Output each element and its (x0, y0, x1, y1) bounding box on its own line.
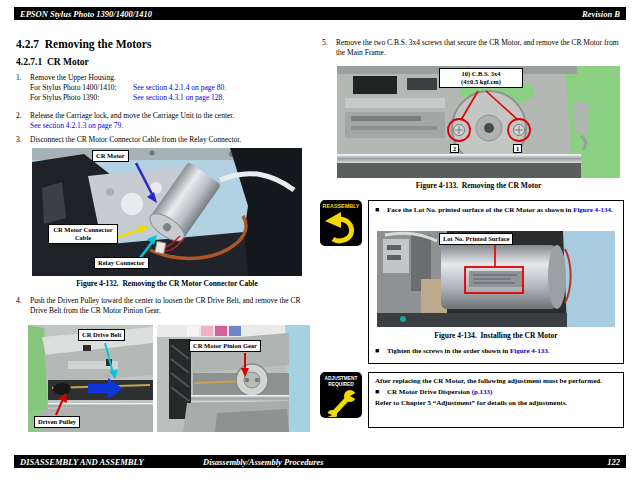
adjustment-line3: Refer to Chapter 5 “Adjustment” for deta… (375, 398, 617, 409)
step1-row1-label: For Stylus Photo 1400/1410: (30, 83, 133, 93)
step3-number: 3. (16, 135, 22, 145)
manual-page: EPSON Stylus Photo 1390/1400/1410 Revisi… (0, 0, 640, 480)
step2: Release the Carriage lock, and move the … (30, 111, 315, 131)
adjustment-required-icon: ADJUSTMENT REQUIRED (320, 372, 362, 418)
pulley-photo-label-pulley: Driven Pulley (34, 416, 80, 428)
pinion-gear-photo: CR Motor Pinion Gear (157, 325, 310, 432)
fig132-label-cr-motor: CR Motor (92, 150, 129, 162)
figure-132-art (32, 148, 302, 276)
step1-row1: For Stylus Photo 1400/1410: See section … (30, 83, 310, 93)
wrench-icon (320, 389, 362, 417)
fig134-lot-label: Lot No. Printed Surface (439, 233, 513, 245)
section-title: 4.2.7 Removing the Motors (16, 38, 151, 50)
reassembly-arrow-icon (320, 211, 362, 245)
step1-text: Remove the Upper Housing. (30, 73, 310, 83)
bullet-square-icon: ■ (375, 205, 379, 215)
adjustment-bullet: ■ CR Motor Drive Dispersion (p.133) (375, 387, 617, 398)
reassembly-icon: REASSEMBLY (320, 200, 362, 246)
reassembly-bullet-1-link[interactable]: Figure 4-134. (573, 206, 613, 214)
fig133-screw-order-1: 1 (513, 144, 522, 153)
step4-number: 4. (16, 296, 22, 306)
step1: Remove the Upper Housing. For Stylus Pho… (30, 73, 310, 103)
subsection-title: 4.2.7.1 CR Motor (16, 57, 89, 67)
figure-132-photo: CR Motor CR Motor Connector Cable Relay … (32, 148, 302, 276)
header-revision: Revision B (582, 9, 620, 19)
figure-134-art (377, 231, 615, 327)
pulley-photo-label-belt: CR Drive Belt (78, 329, 125, 341)
fig133-screw-label-line1: 10) C.B.S. 3x4 (461, 70, 500, 77)
step2-link[interactable]: See section 4.2.1.3 on page 79. (30, 121, 123, 130)
step1-row2-label: For Stylus Photo 1390: (30, 93, 133, 103)
figure-133-caption: Figure 4-133. Removing the CR Motor (337, 181, 620, 190)
reassembly-bullet-2-link[interactable]: Figure 4-133. (510, 347, 550, 355)
footer-chapter: DISASSEMBLY AND ASSEMBLY (20, 457, 144, 467)
step1-number: 1. (16, 73, 22, 83)
step3-text: Disconnect the CR Motor Connector Cable … (30, 135, 315, 145)
footer-page-number: 122 (607, 457, 620, 467)
step5-text: Remove the two C.B.S. 3x4 screws that se… (336, 38, 619, 58)
fig132-label-relay: Relay Connector (94, 257, 149, 269)
reassembly-note-box: ■ Face the Lot No. printed surface of th… (368, 200, 624, 364)
step1-row1-link[interactable]: See section 4.2.1.4 on page 80. (133, 83, 226, 93)
reassembly-bullet-2: ■ Tighten the screws in the order shown … (373, 346, 619, 356)
footer-section: Disassembly/Assembly Procedures (203, 457, 324, 467)
figure-134-photo: Lot No. Printed Surface (377, 231, 615, 327)
step2-text: Release the Carriage lock, and move the … (30, 111, 234, 120)
step2-number: 2. (16, 111, 22, 121)
adjustment-icon-line1: ADJUSTMENT (320, 376, 362, 381)
adjustment-bullet-link[interactable]: (p.133) (472, 388, 493, 396)
bullet-square-icon: ■ (375, 346, 379, 356)
header-bar: EPSON Stylus Photo 1390/1400/1410 Revisi… (14, 7, 626, 20)
fig132-label-cable: CR Motor Connector Cable (48, 224, 118, 244)
adjustment-icon-line2: REQUIRED (320, 382, 362, 387)
step4-text: Push the Driven Pulley toward the center… (30, 296, 313, 316)
reassembly-bullet-1-text: Face the Lot No. printed surface of the … (387, 206, 573, 214)
figure-134-caption: Figure 4-134. Installing the CR Motor (377, 331, 615, 340)
adjustment-note-box: After replacing the CR Motor, the follow… (368, 372, 624, 428)
fig133-screw-label: 10) C.B.S. 3x4 (4±0.5 kgf.cm) (439, 68, 523, 88)
pinion-photo-label: CR Motor Pinion Gear (189, 340, 261, 352)
reassembly-bullet-1: ■ Face the Lot No. printed surface of th… (373, 205, 619, 215)
step1-row2: For Stylus Photo 1390: See section 4.3.1… (30, 93, 310, 103)
step5-number: 5. (322, 38, 328, 48)
adjustment-bullet-text: CR Motor Drive Dispersion (387, 388, 472, 396)
adjustment-line1: After replacing the CR Motor, the follow… (375, 376, 617, 387)
reassembly-icon-label: REASSEMBLY (320, 203, 362, 209)
bullet-square-icon: ■ (375, 387, 379, 398)
figure-133-photo: 10) C.B.S. 3x4 (4±0.5 kgf.cm) 2 1 (337, 66, 620, 178)
header-title: EPSON Stylus Photo 1390/1400/1410 (20, 9, 152, 19)
figure-132-caption: Figure 4-132. Removing the CR Motor Conn… (32, 279, 302, 288)
fig133-screw-order-2: 2 (450, 144, 459, 153)
footer-bar: DISASSEMBLY AND ASSEMBLY Disassembly/Ass… (14, 455, 626, 468)
reassembly-bullet-2-text: Tighten the screws in the order shown in (387, 347, 510, 355)
driven-pulley-photo: CR Drive Belt Driven Pulley (28, 325, 153, 432)
fig133-screw-label-line2: (4±0.5 kgf.cm) (461, 78, 501, 85)
step1-row2-link[interactable]: See section 4.3.1 on page 128. (133, 93, 224, 103)
